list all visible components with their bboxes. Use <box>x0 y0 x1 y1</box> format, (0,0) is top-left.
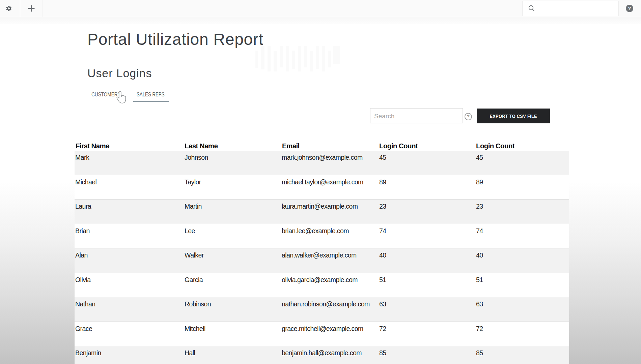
svg-text:?: ? <box>467 114 470 119</box>
